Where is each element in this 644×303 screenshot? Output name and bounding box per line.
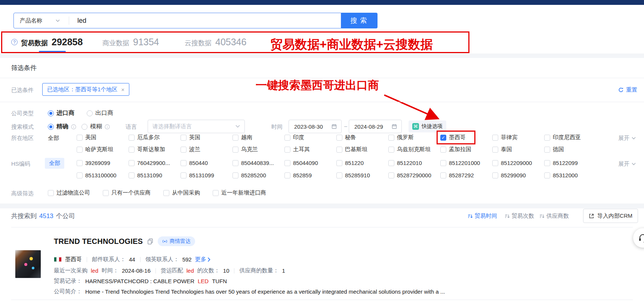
region-checkbox[interactable]: 英国 (181, 134, 232, 141)
region-checkbox[interactable]: 德国 (544, 146, 596, 153)
checkbox-icon (492, 160, 498, 166)
trade-record-text: HARNESS/PATCHCORD : CABLE POWER (85, 278, 194, 284)
radio-importer[interactable]: 进口商 (48, 109, 74, 117)
checkbox-label: 菲律宾 (501, 134, 518, 141)
checkbox-label: 土耳其 (293, 146, 310, 153)
hs-checkbox[interactable]: 85131090 (129, 172, 181, 178)
hs-checkbox[interactable]: 85287290000 (388, 172, 440, 178)
date-to-input[interactable]: 2024-08-29 (349, 120, 402, 133)
quick-options-label: 快捷选项 (422, 123, 443, 130)
hs-checkbox[interactable]: 850440839... (232, 160, 284, 166)
checkbox-icon (232, 160, 238, 166)
hs-checkbox[interactable]: 85285200 (232, 172, 284, 178)
region-checkbox[interactable]: 波兰 (181, 146, 232, 153)
business-radar-badge[interactable]: 商情雷达 (158, 236, 195, 246)
hs-checkbox[interactable]: 8513100000 (77, 172, 129, 178)
radio-fuzzy[interactable]: 模糊 (81, 123, 110, 131)
time-label: 时间 (271, 123, 283, 131)
region-checkbox[interactable]: 哥斯达黎加 (129, 146, 181, 153)
hs-checkbox[interactable]: 85299090 (492, 172, 544, 178)
hs-row-2: 8513100000 85131090 85131099 85285200 85… (77, 172, 596, 178)
help-icon[interactable]: ? (11, 39, 18, 45)
region-checkbox[interactable]: 越南 (232, 134, 284, 141)
region-checkbox[interactable]: 菲律宾 (492, 134, 544, 141)
checkbox-label: 泰国 (501, 146, 512, 153)
advanced-checkbox[interactable]: 从中国采购 (163, 189, 200, 196)
thumb-detail (32, 267, 34, 269)
region-checkbox[interactable]: 泰国 (492, 146, 544, 153)
region-checkbox[interactable]: 美国 (77, 134, 129, 141)
region-checkbox[interactable]: 乌兹别克斯坦 (388, 146, 440, 153)
advanced-checkbox[interactable]: 近一年新增进口商 (213, 189, 266, 196)
checkbox-icon (129, 172, 135, 178)
region-checkbox[interactable]: 孟加拉国 (440, 146, 492, 153)
expand-label: 展开 (618, 135, 629, 142)
import-crm-button[interactable]: 导入内部CRM (583, 209, 638, 223)
hs-all-button[interactable]: 全部 (45, 158, 64, 169)
hs-checkbox[interactable]: 85122099 (544, 160, 596, 166)
checkbox-icon (129, 135, 135, 141)
email-contacts-label: 邮件联系人： (92, 256, 126, 263)
info-icon[interactable] (105, 124, 110, 129)
search-input[interactable] (77, 16, 341, 25)
more-link[interactable]: 更多 (195, 256, 210, 263)
reset-button[interactable]: 重置 (618, 86, 637, 94)
region-checkbox[interactable]: 印度 (284, 134, 336, 141)
region-expand-button[interactable]: 展开 (618, 135, 636, 142)
region-row-1: 美国 厄瓜多尔 英国 越南 印度 秘鲁 俄罗斯 墨西哥 菲律宾 印度尼西亚 (77, 134, 596, 141)
selected-region-tag[interactable]: 已选地区：墨西哥等1个地区 × (42, 83, 129, 96)
region-checkbox[interactable]: 巴基斯坦 (336, 146, 388, 153)
checkbox-label: 英国 (189, 134, 200, 141)
region-checkbox[interactable]: 厄瓜多尔 (129, 134, 181, 141)
info-icon[interactable] (71, 124, 76, 129)
hs-checkbox[interactable]: 851220 (336, 160, 388, 166)
company-thumbnail[interactable] (15, 250, 41, 278)
region-checkbox[interactable]: 哈萨克斯坦 (77, 146, 129, 153)
copy-icon[interactable] (147, 238, 153, 245)
hs-checkbox[interactable]: 85312000 (544, 172, 596, 178)
region-checkbox[interactable]: 乌克兰 (232, 146, 284, 153)
region-checkbox[interactable]: 俄罗斯 (388, 134, 440, 141)
radio-exact[interactable]: 精确 (48, 123, 76, 131)
hs-checkbox[interactable]: 39269099 (77, 160, 129, 166)
hs-checkbox[interactable]: 85122010 (388, 160, 440, 166)
region-checkbox[interactable]: 秘鲁 (336, 134, 388, 141)
checkbox-icon (163, 190, 169, 196)
search-button[interactable]: 搜索 (341, 13, 378, 28)
region-checkbox[interactable]: 印度尼西亚 (544, 134, 596, 141)
results-count: 4513 (39, 212, 53, 220)
supplier-count: 1 (282, 267, 285, 274)
hs-checkbox[interactable]: 85044090 (284, 160, 336, 166)
hs-checkbox[interactable]: 85131099 (181, 172, 232, 178)
advanced-checkbox[interactable]: 过滤物流公司 (48, 189, 90, 196)
hs-checkbox[interactable]: 850440 (181, 160, 232, 166)
date-from-input[interactable]: 2023-08-30 (289, 120, 342, 133)
company-name[interactable]: TREND TECHNOLOGIES (54, 237, 143, 246)
hs-checkbox[interactable]: 85285910 (336, 172, 388, 178)
checkbox-icon (181, 172, 187, 178)
hs-checkbox[interactable]: 852859 (284, 172, 336, 178)
hs-checkbox[interactable]: 8512201000 (440, 160, 492, 166)
tab-trade-data[interactable]: 贸易数据 292858 (21, 37, 83, 48)
hs-checkbox[interactable]: 760429900... (129, 160, 181, 166)
close-icon[interactable]: × (121, 86, 124, 93)
search-category-dropdown[interactable]: 产品名称 (14, 17, 60, 24)
tab-cloud-search-data[interactable]: 云搜数据 405346 (185, 37, 246, 48)
hs-expand-button[interactable]: 展开 (618, 160, 636, 168)
hs-checkbox[interactable]: 85287292 (440, 172, 492, 178)
language-select[interactable]: 请选择翻译语言 (148, 120, 245, 133)
sort-supplier-count[interactable]: 供应商数 (539, 212, 569, 220)
region-all-button[interactable]: 全部 (48, 135, 59, 142)
tab-business-data[interactable]: 商业数据 91354 (102, 37, 159, 48)
customer-service-button[interactable] (633, 228, 644, 248)
advanced-checkbox[interactable]: 只有一个供应商 (103, 189, 151, 196)
checkbox-icon (336, 147, 342, 153)
sort-trade-count[interactable]: 贸易次数 (505, 212, 534, 220)
hs-checkbox[interactable]: 8512209000 (492, 160, 544, 166)
chevron-down-icon (235, 125, 240, 128)
region-checkbox[interactable]: 土耳其 (284, 146, 336, 153)
sort-trade-time[interactable]: 贸易时间 (468, 212, 497, 220)
linkedin-contacts-label: 领英联系人： (145, 256, 179, 263)
radio-exporter[interactable]: 出口商 (87, 109, 113, 117)
sort-label: 供应商数 (546, 212, 569, 220)
